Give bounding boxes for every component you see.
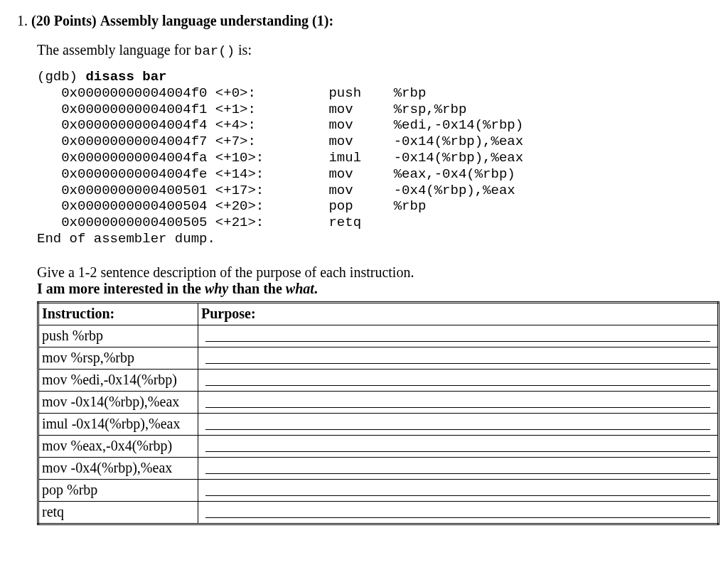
instruction-cell: mov %edi,-0x14(%rbp) [38,369,198,391]
instruction-cell: mov %rsp,%rbp [38,347,198,369]
question-line2: I am more interested in the why than the… [37,281,711,297]
purpose-cell [198,369,719,391]
assembly-listing: (gdb) disass bar 0x00000000004004f0 <+0>… [37,69,711,247]
instruction-cell: retq [38,501,198,524]
intro-before: The assembly language for [37,42,194,58]
intro-code: bar() [194,43,235,59]
table-row: mov %rsp,%rbp [38,347,719,369]
instruction-cell: mov -0x4(%rbp),%eax [38,457,198,479]
question-line1: Give a 1-2 sentence description of the p… [37,264,711,281]
answer-table: Instruction: Purpose: push %rbpmov %rsp,… [37,301,719,525]
table-row: imul -0x14(%rbp),%eax [38,413,719,435]
table-row: mov -0x4(%rbp),%eax [38,457,719,479]
table-row: pop %rbp [38,479,719,501]
question-prompt: Give a 1-2 sentence description of the p… [37,264,711,297]
purpose-cell [198,413,719,435]
answer-blank-line [205,460,710,474]
table-row: push %rbp [38,325,719,347]
question-heading: Assembly language understanding (1): [100,13,333,28]
answer-blank-line [205,483,710,496]
answer-blank-line [205,438,710,452]
instruction-cell: mov %eax,-0x4(%rbp) [38,435,198,457]
answer-blank-line [205,505,710,518]
table-row: retq [38,501,719,524]
instruction-cell: mov -0x14(%rbp),%eax [38,391,198,413]
purpose-cell [198,457,719,479]
answer-blank-line [205,350,710,364]
table-row: mov -0x14(%rbp),%eax [38,391,719,413]
answer-blank-line [205,416,710,430]
purpose-cell [198,347,719,369]
purpose-cell [198,479,719,501]
purpose-cell [198,391,719,413]
table-row: mov %eax,-0x4(%rbp) [38,435,719,457]
instruction-cell: imul -0x14(%rbp),%eax [38,413,198,435]
question-title: 1. (20 Points) Assembly language underst… [17,13,711,29]
instruction-cell: pop %rbp [38,479,198,501]
intro-after: is: [235,42,252,58]
table-header-purpose: Purpose: [198,302,719,325]
table-header-instruction: Instruction: [38,302,198,325]
intro-text: The assembly language for bar() is: [37,42,711,59]
question-number: 1. [17,13,28,28]
answer-blank-line [205,328,710,342]
instruction-cell: push %rbp [38,325,198,347]
table-row: mov %edi,-0x14(%rbp) [38,369,719,391]
purpose-cell [198,501,719,524]
purpose-cell [198,325,719,347]
question-points: (20 Points) [31,13,97,28]
answer-blank-line [205,394,710,408]
purpose-cell [198,435,719,457]
answer-blank-line [205,372,710,386]
